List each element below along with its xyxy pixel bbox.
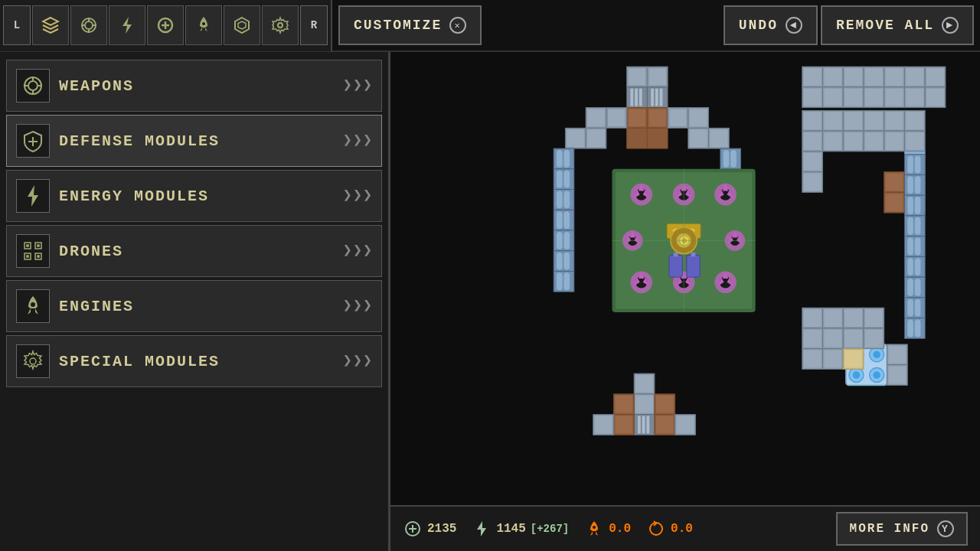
customize-x-icon: ✕ (449, 17, 466, 34)
svg-rect-116 (804, 112, 822, 129)
svg-point-299 (593, 526, 596, 529)
svg-rect-282 (804, 89, 822, 106)
svg-rect-90 (564, 253, 570, 270)
hp-stat: 2135 (403, 519, 456, 539)
nav-rocket[interactable] (185, 5, 222, 45)
svg-rect-215 (888, 346, 906, 364)
nav-target[interactable] (70, 5, 107, 45)
svg-rect-246 (804, 309, 822, 327)
svg-rect-204 (677, 416, 694, 434)
svg-rect-80 (557, 191, 563, 208)
svg-rect-248 (824, 309, 841, 327)
svg-rect-280 (926, 68, 944, 86)
remove-all-button[interactable]: REMOVE ALL ► (821, 5, 974, 45)
nav-right-corner[interactable]: R (300, 5, 328, 45)
svg-rect-274 (865, 68, 883, 86)
svg-rect-122 (865, 112, 883, 129)
menu-item-special[interactable]: SPECIAL MODULES ❯❯❯ (6, 335, 382, 387)
remove-all-circle-icon: ► (942, 17, 959, 34)
ship-canvas[interactable]: ⬡⬡⬡ (390, 52, 980, 505)
customize-button[interactable]: CUSTOMIZE ✕ (338, 5, 482, 45)
nav-cube[interactable] (32, 5, 69, 45)
svg-rect-284 (824, 89, 841, 106)
svg-rect-128 (804, 132, 822, 150)
svg-rect-292 (906, 89, 923, 106)
bottom-status-bar: 2135 1145 [+267] 0.0 (390, 505, 980, 551)
svg-rect-262 (804, 350, 822, 368)
svg-rect-258 (844, 330, 862, 347)
svg-rect-238 (915, 279, 921, 296)
svg-rect-49 (655, 89, 658, 106)
svg-marker-6 (122, 17, 132, 34)
svg-rect-27 (27, 245, 28, 246)
svg-rect-228 (907, 217, 913, 235)
svg-rect-256 (824, 330, 841, 347)
nav-hexagon[interactable] (224, 5, 260, 45)
svg-rect-225 (907, 197, 913, 214)
svg-rect-219 (907, 156, 913, 174)
recycle-stat-icon (646, 519, 666, 539)
energy-stat-icon (472, 519, 492, 539)
hp-value: 2135 (427, 522, 456, 536)
energy-stat: 1145 [+267] (472, 519, 569, 539)
menu-item-drones[interactable]: DRONES ❯❯❯ (6, 225, 382, 277)
svg-rect-178 (687, 255, 700, 277)
undo-arrow-icon: ◄ (786, 17, 802, 34)
svg-rect-118 (824, 112, 841, 129)
nav-gear[interactable] (262, 5, 299, 45)
nav-plus[interactable] (147, 5, 184, 45)
svg-rect-78 (564, 171, 570, 188)
svg-rect-272 (844, 68, 862, 86)
svg-rect-200 (656, 416, 674, 434)
svg-rect-194 (615, 396, 632, 413)
remove-all-label: REMOVE ALL (836, 18, 934, 33)
nav-left-corner[interactable]: L (3, 5, 31, 45)
svg-rect-286 (844, 89, 862, 106)
svg-rect-177 (674, 253, 678, 257)
svg-rect-241 (915, 299, 921, 317)
svg-rect-188 (635, 396, 653, 413)
more-info-label: MORE INFO (850, 522, 929, 536)
drones-icon (16, 234, 50, 268)
svg-rect-240 (907, 299, 913, 317)
menu-item-weapons[interactable]: WEAPONS ❯❯❯ (6, 60, 382, 112)
svg-rect-191 (642, 416, 645, 434)
top-bar: L (0, 0, 980, 52)
main-viewport: ⬡⬡⬡ (390, 52, 980, 505)
weapons-label: WEAPONS (59, 77, 334, 95)
svg-rect-288 (865, 89, 883, 106)
nav-lightning[interactable] (109, 5, 145, 45)
svg-rect-93 (564, 272, 570, 290)
menu-item-defense[interactable]: DEFENSE MODULES ❯❯❯ (6, 115, 382, 167)
svg-rect-81 (564, 191, 570, 208)
svg-rect-126 (906, 112, 923, 129)
menu-item-engines[interactable]: ENGINES ❯❯❯ (6, 280, 382, 332)
defense-icon (16, 124, 50, 158)
menu-item-energy[interactable]: ENERGY MODULES ❯❯❯ (6, 170, 382, 222)
svg-rect-28 (38, 245, 39, 246)
svg-rect-74 (557, 150, 563, 168)
svg-rect-244 (915, 319, 921, 337)
svg-point-213 (873, 371, 880, 379)
svg-rect-92 (557, 272, 563, 290)
recycle-stat: 0.0 (646, 519, 693, 539)
engines-chevron: ❯❯❯ (343, 298, 372, 314)
undo-button[interactable]: UNDO ◄ (724, 5, 818, 45)
svg-rect-64 (690, 109, 707, 126)
svg-rect-235 (915, 258, 921, 276)
engines-label: ENGINES (59, 298, 334, 315)
svg-rect-96 (730, 150, 737, 168)
special-chevron: ❯❯❯ (343, 354, 372, 369)
weapons-icon (16, 69, 50, 103)
svg-rect-62 (587, 109, 605, 126)
svg-rect-234 (907, 258, 913, 276)
svg-rect-217 (888, 367, 906, 384)
svg-rect-196 (615, 416, 632, 434)
undo-label: UNDO (739, 18, 778, 33)
svg-rect-45 (635, 89, 638, 106)
svg-rect-52 (629, 109, 646, 126)
svg-rect-56 (647, 128, 668, 148)
svg-rect-192 (646, 416, 649, 434)
svg-rect-179 (691, 253, 696, 257)
more-info-button[interactable]: MORE INFO Y (836, 512, 968, 546)
